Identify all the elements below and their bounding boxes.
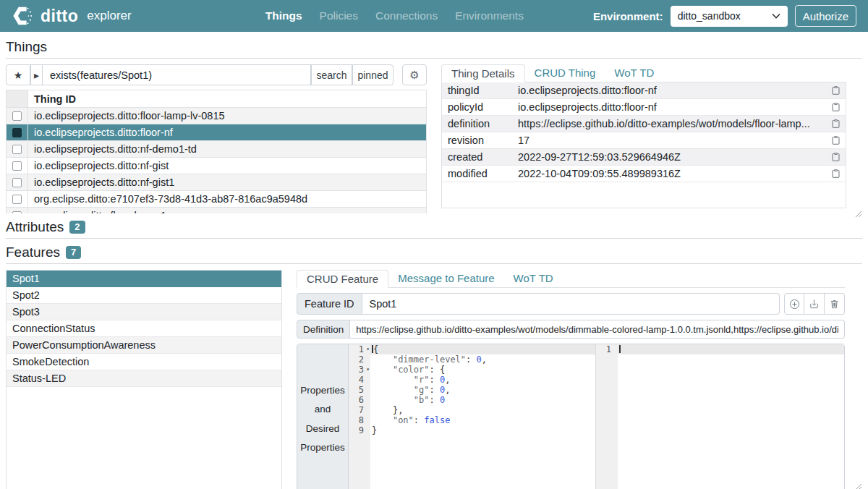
line-number: 1	[606, 344, 611, 354]
code-line: "b": 0	[370, 395, 595, 405]
nav-item-environments[interactable]: Environments	[455, 9, 524, 22]
resize-grip-icon[interactable]	[854, 210, 862, 218]
detail-key: created	[442, 151, 518, 163]
feature-item[interactable]: Spot2	[7, 287, 281, 304]
thing-row[interactable]: io.eclipseprojects.ditto:floor-lamp-lv-0…	[7, 108, 426, 124]
brand-suffix: explorer	[87, 9, 131, 23]
code-line: {	[370, 344, 595, 354]
thing-row[interactable]: org.eclipse.ditto:e7107ef3-73d8-41d3-ab8…	[7, 191, 426, 208]
checkbox-header-cell	[7, 90, 28, 107]
thing-details-tabs: Thing DetailsCRUD ThingWoT TD	[441, 64, 846, 82]
detail-row: definitionhttps://eclipse.github.io/ditt…	[442, 116, 846, 132]
add-feature-button[interactable]	[784, 293, 804, 315]
nav-item-policies[interactable]: Policies	[320, 9, 358, 22]
save-feature-button[interactable]	[804, 293, 825, 315]
editor-code[interactable]	[618, 344, 844, 489]
settings-button[interactable]: ⚙	[402, 64, 427, 85]
tab-crud-thing[interactable]: CRUD Thing	[525, 64, 605, 82]
row-checkbox[interactable]	[12, 111, 22, 121]
clipboard-icon	[831, 152, 841, 162]
gutter-line: 6	[349, 395, 370, 405]
detail-value: https://eclipse.github.io/ditto-examples…	[518, 118, 825, 129]
delete-feature-button[interactable]	[825, 293, 845, 315]
thing-details-panel: Thing DetailsCRUD ThingWoT TD thingIdio.…	[441, 64, 846, 213]
features-list: Spot1Spot2Spot3ConnectionStatusPowerCons…	[6, 270, 282, 489]
definition-input[interactable]	[350, 320, 845, 339]
nav-item-connections[interactable]: Connections	[375, 9, 438, 22]
properties-editor-block: Properties and Desired Properties 1▾23▾4…	[297, 344, 845, 489]
row-checkbox[interactable]	[12, 128, 22, 137]
copy-button[interactable]	[825, 152, 846, 162]
environment-select[interactable]: ditto_sandbox	[671, 6, 788, 27]
tab-thing-details[interactable]: Thing Details	[441, 64, 525, 82]
clipboard-icon	[831, 119, 841, 129]
feature-item[interactable]: Spot3	[7, 304, 281, 320]
copy-button[interactable]	[825, 169, 846, 179]
code-line: }	[370, 425, 595, 435]
things-section: ★ ▸ search pinned ⚙ Thing ID	[6, 64, 862, 213]
feature-tabs: CRUD FeatureMessage to FeatureWoT TD	[297, 270, 845, 288]
code-line: "g": 0,	[370, 385, 595, 395]
pinned-button[interactable]: pinned	[352, 64, 393, 85]
feature-item[interactable]: SmokeDetection	[7, 354, 281, 370]
feature-id-input[interactable]	[362, 293, 780, 315]
editor-code[interactable]: { "dimmer-level": 0, "color": { "r": 0, …	[370, 344, 595, 489]
copy-button[interactable]	[825, 102, 846, 112]
copy-button[interactable]	[825, 85, 846, 95]
things-table-body: io.eclipseprojects.ditto:floor-lamp-lv-0…	[7, 108, 426, 213]
divider	[6, 263, 862, 264]
row-checkbox[interactable]	[12, 195, 22, 204]
feature-item[interactable]: ConnectionStatus	[7, 320, 281, 337]
thing-row[interactable]: io.eclipseprojects.ditto:nf-demo1-td	[7, 141, 426, 158]
code-line: },	[370, 405, 595, 415]
editor-gutter: 1	[596, 344, 618, 489]
search-history-toggle[interactable]: ▸	[30, 64, 43, 85]
tab-crud-feature[interactable]: CRUD Feature	[297, 270, 388, 288]
resize-grip-icon[interactable]	[854, 482, 862, 489]
thing-row[interactable]: io.eclipseprojects.ditto:floor-nf	[7, 124, 426, 141]
row-checkbox[interactable]	[12, 211, 22, 214]
detail-key: revision	[442, 135, 518, 146]
checkbox-cell	[7, 174, 28, 190]
fold-icon[interactable]: ▾	[366, 365, 370, 375]
tab-message-to-feature[interactable]: Message to Feature	[388, 270, 503, 287]
detail-row: thingIdio.eclipseprojects.ditto:floor-nf	[442, 82, 846, 99]
fold-icon[interactable]: ▾	[366, 344, 370, 354]
divider	[6, 238, 862, 239]
nav-right: Environment: ditto_sandbox Authorize	[593, 5, 856, 27]
detail-row: revision17	[442, 132, 846, 149]
checkbox-cell	[7, 124, 28, 140]
desired-properties-editor[interactable]: 1	[596, 344, 844, 489]
features-section: Spot1Spot2Spot3ConnectionStatusPowerCons…	[6, 270, 862, 489]
thing-id: io.eclipseprojects.ditto:nf-demo1-td	[28, 141, 426, 157]
divider	[6, 58, 862, 59]
copy-button[interactable]	[825, 135, 846, 145]
nav-item-things[interactable]: Things	[265, 9, 302, 22]
thing-row[interactable]: io.eclipseprojects.ditto:nf-gist1	[7, 174, 426, 191]
thing-row[interactable]: io.eclipseprojects.ditto:nf-gist	[7, 158, 426, 174]
properties-editor[interactable]: 1▾23▾456789 { "dimmer-level": 0, "color"…	[349, 344, 596, 489]
row-checkbox[interactable]	[12, 161, 22, 171]
feature-item[interactable]: Status-LED	[7, 370, 281, 387]
tab-wot-td[interactable]: WoT TD	[605, 64, 663, 82]
thing-row[interactable]: org.eclipse.ditto:floor-lamp-1	[7, 208, 426, 213]
detail-value: io.eclipseprojects.ditto:floor-nf	[518, 85, 825, 96]
detail-row: created2022-09-27T12:59:03.529664946Z	[442, 149, 846, 166]
features-heading: Features 7	[6, 244, 862, 260]
thing-id: org.eclipse.ditto:e7107ef3-73d8-41d3-ab8…	[28, 191, 426, 207]
search-input[interactable]	[43, 64, 311, 85]
attributes-count-badge: 2	[69, 221, 85, 234]
feature-item[interactable]: Spot1	[7, 271, 281, 287]
favorite-search-button[interactable]: ★	[6, 64, 30, 85]
search-button[interactable]: search	[311, 64, 352, 85]
properties-label: Properties and Desired Properties	[297, 344, 349, 489]
tab-wot-td[interactable]: WoT TD	[504, 270, 563, 287]
detail-value: 17	[518, 135, 825, 146]
authorize-button[interactable]: Authorize	[795, 5, 856, 27]
thing-id: io.eclipseprojects.ditto:floor-nf	[28, 124, 426, 140]
feature-item[interactable]: PowerConsumptionAwareness	[7, 337, 281, 354]
gutter-line: 5	[349, 385, 370, 395]
copy-button[interactable]	[825, 119, 846, 129]
row-checkbox[interactable]	[12, 145, 22, 154]
row-checkbox[interactable]	[12, 178, 22, 187]
